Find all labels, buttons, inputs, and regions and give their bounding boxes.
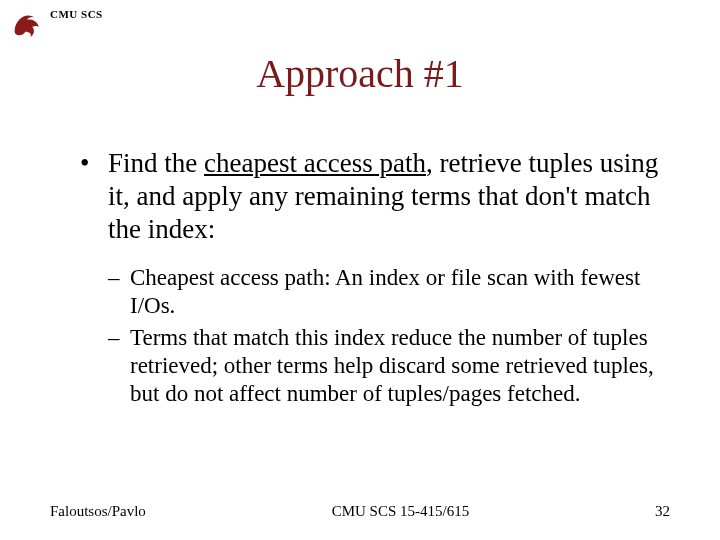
slide-footer: Faloutsos/Pavlo CMU SCS 15-415/615 32 xyxy=(50,503,670,520)
bullet-text-underlined: cheapest access path xyxy=(204,148,426,178)
sub-bullet-list: Cheapest access path: An index or file s… xyxy=(80,264,670,408)
slide-body: Find the cheapest access path, retrieve … xyxy=(50,147,670,408)
sub-bullet-text: Cheapest access path: An index or file s… xyxy=(130,265,640,318)
slide-header: CMU SCS xyxy=(10,8,103,42)
footer-page-number: 32 xyxy=(655,503,670,520)
footer-authors: Faloutsos/Pavlo xyxy=(50,503,146,520)
slide-title: Approach #1 xyxy=(50,50,670,97)
cmu-dragon-icon xyxy=(10,8,44,42)
main-bullet: Find the cheapest access path, retrieve … xyxy=(80,147,670,246)
sub-bullet: Cheapest access path: An index or file s… xyxy=(108,264,670,320)
header-org-text: CMU SCS xyxy=(50,8,103,20)
sub-bullet: Terms that match this index reduce the n… xyxy=(108,324,670,408)
bullet-text-pre: Find the xyxy=(108,148,204,178)
sub-bullet-text: Terms that match this index reduce the n… xyxy=(130,325,654,406)
footer-course: CMU SCS 15-415/615 xyxy=(332,503,470,520)
